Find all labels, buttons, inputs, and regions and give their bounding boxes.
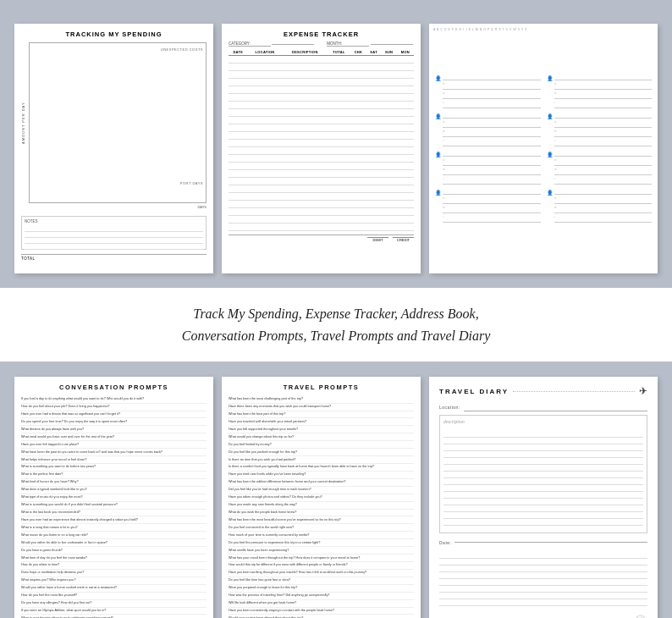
table-row [229, 116, 414, 124]
address-entry: 👤 ✆ ✉ ⌂ [547, 114, 653, 148]
spending-grid: UNEXPECTED COSTS PORT DAYS [29, 42, 207, 203]
prompt-line: Have you taken enough photos and videos?… [229, 494, 414, 502]
prompt-line: Have you ever had a dream that was so si… [21, 411, 207, 419]
expense-table: DATE LOCATION DESCRIPTION TOTAL CHK SAT … [229, 49, 414, 231]
phone-line [443, 162, 541, 166]
prompt-line: What helps enhance your mood or feel dow… [21, 456, 207, 464]
prompt-line: How much of your time is currently consu… [229, 532, 414, 539]
col-location: LOCATION [248, 49, 283, 56]
col-description: DESCRIPTION [283, 49, 328, 56]
y-axis-label: AMOUNT PER DAY [21, 42, 25, 203]
diary-line [443, 438, 643, 444]
address-fields: ✆ ✉ ⌂ [443, 152, 541, 186]
location-input-line [464, 403, 647, 411]
diary-line [443, 465, 643, 472]
credit-total: CREDIT [393, 237, 414, 242]
name-line [443, 114, 541, 119]
prompt-line: Is there an item that you wish you had p… [229, 456, 414, 464]
name-line [443, 152, 541, 157]
expense-totals: DEBIT CREDIT [229, 235, 414, 242]
prompt-line: What music do you listen to on a long ca… [21, 532, 207, 539]
address-fields: ✆ ✉ ⌂ [443, 76, 541, 110]
prompt-line: Does hope or meditation help destress yo… [21, 570, 207, 577]
address-entry: 👤 ✆ ✉ ⌂ [547, 76, 653, 110]
name-line [554, 114, 653, 119]
table-row [229, 108, 414, 116]
phone-line [554, 200, 653, 204]
prompt-line: Is there a comfort food you typically ha… [229, 464, 414, 472]
prompt-line: What have been the past do you want to c… [21, 449, 207, 456]
address-line [443, 218, 541, 223]
diary-line [439, 579, 647, 586]
phone-line [443, 200, 541, 204]
diary-card: TRAVEL DIARY ✈ Location: description [429, 377, 658, 618]
diary-extra-lines [439, 552, 647, 606]
col-chk: CHK [350, 49, 366, 56]
email-line [443, 171, 541, 175]
address-line [554, 218, 653, 223]
table-row [229, 55, 414, 63]
table-row [229, 200, 414, 207]
travel-prompts-card: TRAVEL PROMPTS What has been the most ch… [222, 377, 421, 618]
diary-line [443, 492, 643, 499]
diary-decoration: ⊕ [439, 610, 647, 618]
col-sat: SAT [366, 49, 381, 56]
prompt-line: Have you ever had an experience that alm… [21, 516, 207, 524]
diary-title: TRAVEL DIARY [439, 388, 509, 395]
table-row [229, 207, 414, 215]
table-row [229, 70, 414, 78]
prompt-line: If you had a day to do anything what wou… [21, 396, 207, 404]
person-icon: 👤 [435, 76, 441, 81]
middle-text-section: Track My Spending, Expense Tracker, Addr… [0, 288, 672, 361]
note-line-4 [25, 244, 203, 250]
diary-line [439, 572, 647, 579]
travel-prompts-list: What has been the most challenging part … [229, 396, 414, 618]
bottom-section: CONVERSATION PROMPTS If you had a day to… [0, 361, 672, 618]
prompt-line: What do you wish the people back home kn… [229, 510, 414, 517]
top-section: TRACKING MY SPENDING AMOUNT PER DAY UNEX… [0, 0, 672, 288]
spending-grid-area: AMOUNT PER DAY UNEXPECTED COSTS PORT DAY… [21, 42, 207, 203]
prompt-line: What does a typical weekend look like to… [21, 487, 207, 494]
table-row [229, 146, 414, 154]
prompt-line: What is something you would do if you di… [21, 502, 207, 510]
prompt-line: Do you have any allergies? How did you f… [21, 600, 207, 608]
diary-description-lines [443, 431, 643, 526]
diary-dotted-line [513, 391, 635, 392]
credit-label: CREDIT [393, 237, 414, 242]
address-fields: ✆ ✉ ⌂ [554, 76, 653, 110]
diary-line [443, 505, 643, 512]
phone-line [443, 86, 541, 90]
phone-line [443, 124, 541, 128]
description-label: description [443, 419, 643, 424]
address-left-col: 👤 ✆ ✉ ⌂ 👤 ✆ ✉ [433, 74, 543, 269]
diary-line [443, 472, 643, 478]
middle-text-line1: Track My Spending, Expense Tracker, Addr… [193, 306, 478, 321]
expense-tbody [229, 55, 414, 230]
compass-icon: ⊕ [632, 609, 651, 618]
category-label: CATEGORY: [229, 41, 314, 47]
address-entry: 👤 ✆ ✉ ⌂ [435, 190, 541, 224]
prompt-line: What has been the most beautiful scene y… [229, 516, 414, 524]
table-row [229, 78, 414, 86]
diary-location-row: Location: [439, 403, 647, 411]
diary-date-row: Date: [439, 540, 647, 545]
person-icon: 👤 [547, 152, 553, 157]
email-line [554, 171, 653, 175]
table-row [229, 154, 414, 162]
diary-line [443, 478, 643, 485]
port-days-label: PORT DAYS [180, 181, 203, 185]
prompt-line: Have you tried new foods while you've be… [229, 472, 414, 479]
spending-total-row: TOTAL [21, 254, 207, 262]
grid-lines [30, 43, 206, 202]
unexpected-costs-label: UNEXPECTED COSTS [161, 47, 203, 52]
prompt-line: Were you prepared enough to leave for th… [229, 585, 414, 593]
prompt-line: Would you rather be able to live underwa… [21, 539, 207, 547]
table-row [229, 169, 414, 177]
name-line [443, 190, 541, 195]
table-row [229, 177, 414, 185]
address-entry: 👤 ✆ ✉ ⌂ [435, 114, 541, 148]
email-line [443, 95, 541, 99]
address-fields: ✆ ✉ ⌂ [554, 114, 653, 148]
person-icon: 👤 [547, 76, 553, 81]
name-line [443, 76, 541, 80]
